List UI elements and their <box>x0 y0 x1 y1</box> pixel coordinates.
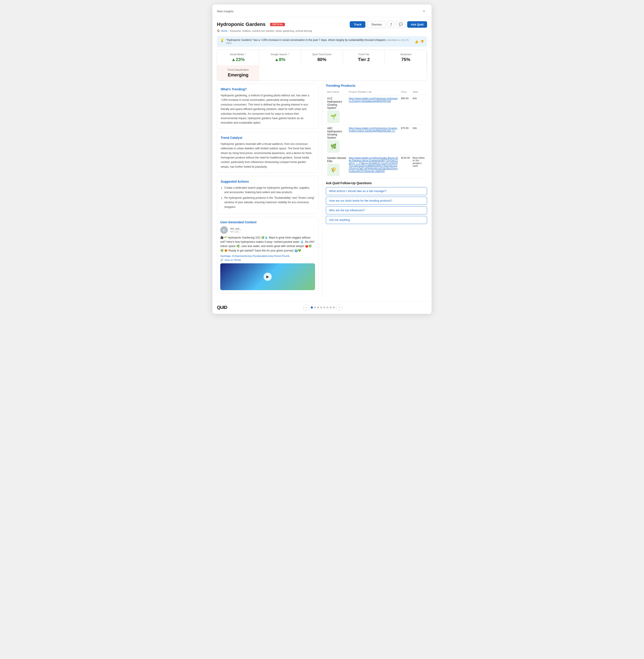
trend-catalyst-card: Trend Catalyst Hydroponic gardens resona… <box>217 132 318 173</box>
whats-trending-text: Hydroponic gardening, a method of growin… <box>221 93 315 125</box>
whats-trending-title: What's Trending? <box>221 88 315 91</box>
google-search-arrow: ▲ <box>275 57 279 62</box>
quid-trend-score-value: 80% <box>304 57 339 62</box>
close-button[interactable]: × <box>421 8 427 14</box>
ask-quid-question-button[interactable]: What actions I should take as a site man… <box>326 187 427 195</box>
share-icon: ⤴ <box>390 23 392 26</box>
dismiss-button[interactable]: Dismiss <box>367 21 386 28</box>
suggested-actions-list: Create a dedicated search page for hydro… <box>221 186 315 209</box>
pagination-dot <box>311 306 313 308</box>
ask-quid-button[interactable]: Ask Quid <box>407 21 427 28</box>
ugc-post-text: 🎥🌱 Hydroponic Gardening 101! 🌿💧 Want to … <box>220 236 315 253</box>
col-stats: Stats <box>411 90 427 95</box>
ugc-handle: ree_xyz_ <box>230 230 241 233</box>
quid-trend-score-label: Quid Trend Score <box>312 53 331 56</box>
social-media-label: Social Media <box>230 53 244 56</box>
product-stats: N/A <box>411 125 427 155</box>
social-media-value: ▲23% <box>221 57 255 62</box>
trend-tier-label: Trend Tier <box>358 53 369 56</box>
insight-text: "Hydroponic Gardens" has a +19% increase… <box>226 39 387 42</box>
social-media-help[interactable]: ? <box>245 53 246 56</box>
thumbs-up-button[interactable]: 👍 <box>415 40 418 43</box>
table-row: ABC Hydroponics Growing System 🌿 https:/… <box>326 125 427 155</box>
thumbs-down-button[interactable]: 👎 <box>420 40 424 43</box>
pagination-dot[interactable] <box>317 306 319 308</box>
ugc-hashtags: Hashtags: #UrbanGardening #SustainableLi… <box>220 255 315 257</box>
pagination-dot[interactable] <box>314 306 316 308</box>
col-price: Price <box>399 90 411 95</box>
ask-quid-title: Ask Quid Follow-Up Questions <box>326 181 427 185</box>
trend-classification-value: Emerging <box>221 72 256 77</box>
social-media-metric: Social Media ? ▲23% <box>217 50 259 65</box>
play-button[interactable]: ▶ <box>263 273 272 281</box>
sentiment-label: Sentiment <box>400 53 411 56</box>
ask-quid-question-button[interactable]: Ask me anything <box>326 216 427 224</box>
product-link[interactable]: https://www.retailer.com/Hydroponics-Gro… <box>349 127 397 132</box>
track-button[interactable]: Track <box>350 21 365 28</box>
suggested-action-item: Create a dedicated search page for hydro… <box>224 186 315 195</box>
ugc-tiktok-link[interactable]: 🔗 View on TikTok <box>220 259 315 262</box>
product-name: ABC Hydroponics Growing System <box>327 127 346 139</box>
ugc-username: ree_xyz_ <box>230 227 241 230</box>
breadcrumb-icon: 🏠 <box>217 29 220 32</box>
suggested-action-item: Pin hydroponic gardening products in the… <box>224 195 315 209</box>
breadcrumb-home[interactable]: Home <box>221 29 227 32</box>
product-price: $99.99 <box>399 95 411 125</box>
sentiment-metric: Sentiment 75% <box>385 50 427 65</box>
pagination-prev[interactable]: ← <box>303 304 309 311</box>
product-stats: N/A <box>411 95 427 125</box>
pagination-dot[interactable] <box>333 306 335 308</box>
product-price: $149.95 <box>399 155 411 178</box>
ask-quid-question-button[interactable]: How are our stock levels for the trendin… <box>326 197 427 205</box>
trend-catalyst-text: Hydroponic gardens resonate with a broad… <box>221 142 315 169</box>
product-link[interactable]: https://www.retailer.com/AeroGarden-Boun… <box>349 157 398 172</box>
pagination-next[interactable]: → <box>336 304 342 311</box>
trend-classification-label: Trend Classification <box>227 68 249 71</box>
ugc-avatar: C <box>220 226 228 234</box>
products-table: Item Name Product Retailer Link Price St… <box>326 90 427 178</box>
trend-catalyst-title: Trend Catalyst <box>221 136 315 140</box>
product-image: 🌾 <box>327 164 340 176</box>
critical-badge: CRITICAL <box>270 23 285 26</box>
share-button[interactable]: ⤴ <box>388 21 394 28</box>
google-search-value: ▲8% <box>263 57 297 62</box>
trend-tier-metric: Trend Tier Tier 2 <box>343 50 385 65</box>
trending-products-title: Trending Products <box>326 84 427 88</box>
ugc-card: User-Generated Content C ree_xyz_ ree_xy… <box>217 217 318 293</box>
product-stats: Best-Seller, In 50+ people's carts <box>411 155 427 178</box>
whats-trending-card: What's Trending? Hydroponic gardening, a… <box>217 84 318 129</box>
pagination-dot[interactable] <box>329 306 331 308</box>
ask-quid-question-button[interactable]: Who are the top influencers? <box>326 206 427 214</box>
social-media-arrow: ▲ <box>231 57 236 62</box>
col-item-name: Item Name <box>326 90 347 95</box>
ugc-video-thumbnail[interactable]: ▶ <box>220 263 315 290</box>
product-name: Garden Harvest Elite <box>327 157 346 163</box>
product-price: $79.99 <box>399 125 411 155</box>
table-row: XYZ Hydroponics Growing System 🌱 https:/… <box>326 95 427 125</box>
trend-tier-value: Tier 2 <box>347 57 381 62</box>
google-search-metric: Google Search ? ▲8% <box>259 50 301 65</box>
product-image: 🌱 <box>327 111 340 123</box>
quid-trend-score-metric: Quid Trend Score 80% <box>301 50 343 65</box>
comment-button[interactable]: 💬 <box>396 21 406 28</box>
footer-logo: QUID <box>217 305 227 310</box>
ask-quid-section: Ask Quid Follow-Up Questions What action… <box>326 181 427 224</box>
page-title: Hydroponic Gardens <box>217 21 266 27</box>
col-product-link: Product Retailer Link <box>347 90 400 95</box>
breadcrumb-separator: / <box>228 29 229 32</box>
pagination-dot[interactable] <box>320 306 322 308</box>
product-name: XYZ Hydroponics Growing System <box>327 97 346 110</box>
product-link[interactable]: https://www.retailer.com/Hydroponic-Hydr… <box>349 97 397 102</box>
pagination-dot[interactable] <box>326 306 328 308</box>
google-search-help[interactable]: ? <box>288 53 289 56</box>
google-search-label: Google Search <box>271 53 287 56</box>
pagination-dot[interactable] <box>323 306 325 308</box>
breadcrumb-keywords: Keywords: Soilless, nutrient-rich soluti… <box>230 29 312 32</box>
sentiment-value: 75% <box>388 57 423 62</box>
ugc-title: User-Generated Content <box>220 220 315 224</box>
suggested-actions-card: Suggested Actions Create a dedicated sea… <box>217 176 318 214</box>
product-image: 🌿 <box>327 140 340 153</box>
trend-classification-metric: Trend Classification Emerging <box>217 65 259 81</box>
comment-icon: 💬 <box>399 22 403 26</box>
suggested-actions-title: Suggested Actions <box>221 180 315 183</box>
